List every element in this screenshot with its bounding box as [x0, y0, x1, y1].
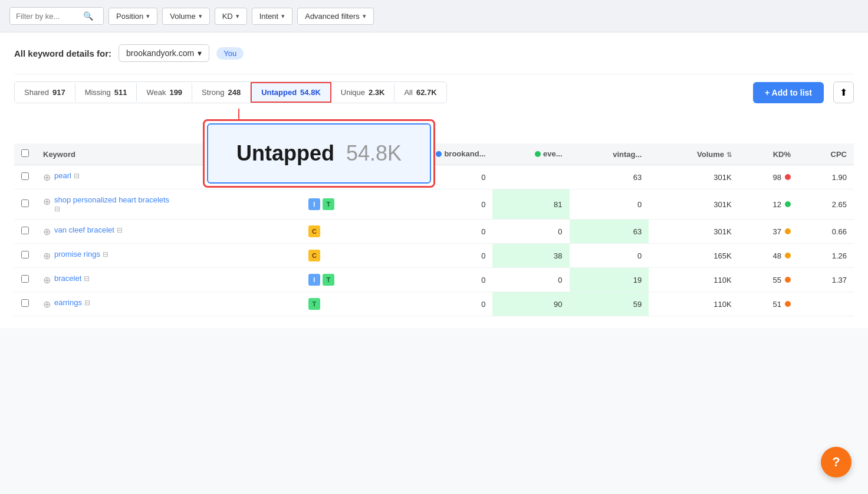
save-icon[interactable]: ⊟ — [74, 172, 80, 180]
row-checkbox[interactable] — [21, 172, 29, 180]
row-checkbox[interactable] — [21, 299, 29, 307]
intent-badge-c: C — [308, 225, 320, 237]
kd-value: 12 — [773, 200, 781, 209]
intent-badge-t: T — [323, 274, 334, 286]
chevron-down-icon: ▾ — [199, 12, 202, 20]
table-row: ⊕ shop personalized heart bracelets ⊟ IT… — [14, 189, 854, 220]
chevron-down-icon: ▾ — [146, 12, 150, 20]
keyword-link[interactable]: earrings — [54, 298, 82, 307]
row-checkbox[interactable] — [21, 227, 29, 234]
tab-all[interactable]: All 62.7K — [394, 83, 446, 102]
tabs-row: Shared 917 Missing 511 Weak 199 Strong 2… — [14, 81, 447, 103]
intent-cell: T — [301, 292, 375, 316]
vintag-cell: 63 — [570, 165, 649, 189]
header-row: All keyword details for: brookandyork.co… — [14, 44, 854, 62]
brookand-cell: 0 — [375, 220, 492, 244]
add-to-list-button[interactable]: + Add to list — [753, 82, 824, 103]
tab-strong[interactable]: Strong 248 — [192, 83, 251, 102]
kd-filter-btn[interactable]: KD ▾ — [215, 8, 247, 25]
save-icon[interactable]: ⊟ — [54, 205, 60, 213]
brookand-cell: 0 — [375, 292, 492, 316]
row-check-cell — [14, 244, 36, 268]
save-icon[interactable]: ⊟ — [84, 299, 90, 307]
kd-value: 48 — [773, 251, 781, 260]
export-button[interactable]: ⬆ — [833, 81, 854, 103]
save-icon[interactable]: ⊟ — [103, 250, 108, 259]
keyword-link[interactable]: pearl — [54, 171, 71, 180]
add-keyword-icon[interactable]: ⊕ — [43, 172, 51, 183]
kd-cell: 37 — [739, 220, 798, 244]
search-icon: 🔍 — [83, 11, 93, 21]
volume-cell: 110K — [649, 292, 738, 316]
save-icon[interactable]: ⊟ — [117, 226, 123, 234]
row-checkbox[interactable] — [21, 199, 29, 207]
advanced-filters-btn[interactable]: Advanced filters ▾ — [297, 8, 374, 25]
keyword-search-input[interactable] — [16, 12, 81, 21]
volume-filter-btn[interactable]: Volume ▾ — [162, 8, 209, 25]
th-vintag-label: vintag... — [613, 150, 642, 159]
select-all-checkbox[interactable] — [21, 149, 29, 157]
kd-value: 98 — [773, 173, 781, 182]
th-eve-label: eve... — [543, 149, 563, 158]
add-keyword-icon[interactable]: ⊕ — [43, 196, 51, 207]
table-row: ⊕ promise rings ⊟ C0380165K 48 1.26 — [14, 244, 854, 268]
add-to-list-label: + Add to list — [765, 88, 812, 97]
cpc-cell — [798, 292, 854, 316]
chevron-down-icon: ▾ — [363, 12, 366, 20]
kd-value: 51 — [773, 300, 781, 309]
tab-untapped[interactable]: Untapped 54.8K — [251, 82, 331, 103]
tab-shared[interactable]: Shared 917 — [15, 83, 75, 102]
keyword-link[interactable]: promise rings — [54, 250, 100, 259]
kd-cell: 98 — [739, 165, 798, 189]
you-badge: You — [216, 47, 244, 60]
export-icon: ⬆ — [840, 87, 847, 97]
add-keyword-icon[interactable]: ⊕ — [43, 299, 51, 310]
vintag-cell: 63 — [570, 220, 649, 244]
intent-label: Intent — [259, 12, 279, 21]
save-icon[interactable]: ⊟ — [84, 274, 90, 283]
intent-badge-i: I — [308, 198, 320, 210]
th-volume: Volume ⇅ — [649, 143, 738, 165]
keyword-search-box[interactable]: 🔍 — [9, 7, 104, 25]
all-keywords-label: All keyword details for: — [14, 48, 111, 58]
row-check-cell — [14, 220, 36, 244]
position-filter-btn[interactable]: Position ▾ — [108, 8, 157, 25]
vintag-cell: 0 — [570, 189, 649, 220]
tabs-wrapper: Shared 917 Missing 511 Weak 199 Strong 2… — [14, 81, 447, 103]
intent-filter-btn[interactable]: Intent ▾ — [252, 8, 293, 25]
add-keyword-icon[interactable]: ⊕ — [43, 226, 51, 237]
keyword-link[interactable]: shop personalized heart bracelets — [54, 195, 169, 204]
row-checkbox[interactable] — [21, 251, 29, 259]
intent-cell: C — [301, 220, 375, 244]
kd-value: 55 — [773, 276, 781, 284]
keyword-cell: ⊕ promise rings ⊟ — [36, 244, 301, 268]
keyword-cell: ⊕ van cleef bracelet ⊟ — [36, 220, 301, 244]
volume-label: Volume — [170, 12, 195, 21]
volume-cell: 301K — [649, 220, 738, 244]
vintag-cell: 59 — [570, 292, 649, 316]
volume-cell: 301K — [649, 189, 738, 220]
eve-dot — [535, 151, 541, 157]
domain-selector[interactable]: brookandyork.com ▾ — [119, 44, 209, 62]
kd-dot — [785, 277, 791, 283]
add-keyword-icon[interactable]: ⊕ — [43, 274, 51, 286]
kd-value: 37 — [773, 227, 781, 236]
eve-cell: 90 — [492, 292, 569, 316]
tabs-and-actions: Shared 917 Missing 511 Weak 199 Strong 2… — [14, 74, 854, 108]
eve-cell: 81 — [492, 189, 569, 220]
th-vintag: vintag... — [570, 143, 649, 165]
keyword-cell: ⊕ earrings ⊟ — [36, 292, 301, 316]
keyword-cell: ⊕ bracelet ⊟ — [36, 268, 301, 292]
tab-unique[interactable]: Unique 2.3K — [331, 83, 395, 102]
intent-badge-t: T — [323, 198, 334, 210]
row-checkbox[interactable] — [21, 275, 29, 283]
add-keyword-icon[interactable]: ⊕ — [43, 250, 51, 261]
keyword-link[interactable]: van cleef bracelet — [54, 225, 114, 234]
eve-cell: 0 — [492, 268, 569, 292]
kd-dot — [785, 253, 791, 259]
intent-badge-t: T — [308, 298, 320, 310]
keyword-link[interactable]: bracelet — [54, 274, 81, 283]
tab-weak[interactable]: Weak 199 — [137, 83, 192, 102]
tab-missing[interactable]: Missing 511 — [75, 83, 137, 102]
th-cpc: CPC — [798, 143, 854, 165]
